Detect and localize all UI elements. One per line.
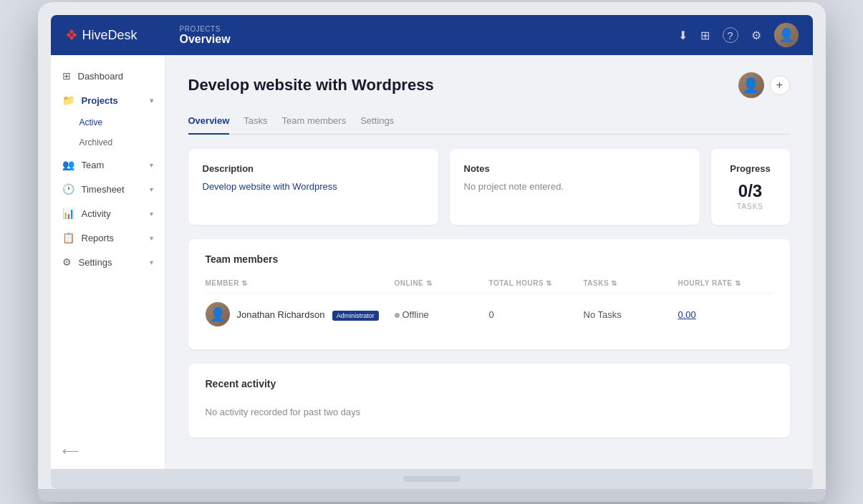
dashboard-icon: ⊞ (62, 70, 71, 82)
content-area: Develop website with Wordpress 👤 + Overv… (165, 55, 813, 469)
sidebar-item-timesheet[interactable]: 🕐 Timesheet ▾ (51, 177, 165, 201)
tab-settings[interactable]: Settings (360, 110, 394, 135)
activity-chevron: ▾ (150, 210, 153, 218)
activity-icon: 📊 (62, 208, 74, 219)
sidebar-label-activity: Activity (82, 208, 111, 219)
member-status: Offline (395, 309, 489, 320)
col-total-hours: TOTAL HOURS ⇅ (489, 279, 584, 287)
team-chevron: ▾ (150, 161, 153, 169)
member-badge: Administrator (332, 311, 379, 321)
laptop-base (38, 489, 826, 502)
table-row: 👤 Jonathan Richardson Administrator Offl… (206, 294, 773, 335)
settings-nav-icon: ⚙ (62, 256, 72, 268)
logo-bold: Hive (82, 28, 108, 42)
member-avatar: 👤 (206, 302, 230, 326)
collapse-button[interactable]: ⟵ (62, 444, 79, 457)
projects-chevron: ▾ (150, 97, 153, 105)
logo: ❖ HiveDesk (65, 26, 180, 44)
logo-icon: ❖ (65, 26, 78, 44)
sidebar: ⊞ Dashboard 📁 Projects ▾ Active Archived… (51, 55, 165, 469)
member-hourly-rate[interactable]: 0.00 (678, 309, 773, 320)
sidebar-item-archived[interactable]: Archived (51, 132, 165, 152)
projects-icon: 📁 (62, 94, 74, 106)
sidebar-label-settings: Settings (79, 257, 112, 268)
sidebar-item-active[interactable]: Active (51, 112, 165, 132)
user-avatar[interactable]: 👤 (774, 23, 799, 47)
sidebar-item-activity[interactable]: 📊 Activity ▾ (51, 201, 165, 226)
description-card-title: Description (203, 163, 424, 174)
settings-icon[interactable]: ⚙ (751, 29, 761, 42)
sidebar-label-projects: Projects (82, 95, 118, 106)
recent-activity-section: Recent activity No activity recorded for… (188, 364, 790, 437)
laptop-bottom (51, 469, 813, 489)
sidebar-item-reports[interactable]: 📋 Reports ▾ (51, 226, 165, 250)
logo-text: HiveDesk (82, 28, 138, 43)
tab-team-members[interactable]: Team members (282, 110, 347, 135)
settings-chevron: ▾ (150, 258, 153, 266)
recent-activity-title: Recent activity (206, 378, 773, 389)
sidebar-item-settings[interactable]: ⚙ Settings ▾ (51, 250, 165, 274)
sidebar-label-timesheet: Timesheet (82, 184, 125, 195)
activity-empty-text: No activity recorded for past two days (206, 401, 773, 423)
member-info: Jonathan Richardson Administrator (237, 308, 379, 321)
add-member-button[interactable]: + (770, 75, 790, 95)
description-card-text: Develop website with Wordpress (203, 181, 424, 192)
main-layout: ⊞ Dashboard 📁 Projects ▾ Active Archived… (51, 55, 813, 469)
col-tasks: TASKS ⇅ (584, 279, 678, 287)
nav-actions: ⬇ ⊞ ? ⚙ 👤 (678, 23, 799, 47)
team-members-section: Team members MEMBER ⇅ ONLINE ⇅ TOTAL HOU… (188, 239, 790, 349)
sidebar-item-team[interactable]: 👥 Team ▾ (51, 152, 165, 177)
sidebar-label-reports: Reports (82, 233, 115, 243)
project-tabs: Overview Tasks Team members Settings (188, 110, 790, 135)
info-cards: Description Develop website with Wordpre… (188, 149, 790, 225)
notes-card-text: No project note entered. (464, 181, 685, 192)
nav-title-area: PROJECTS Overview (180, 25, 678, 46)
project-title: Develop website with Wordpress (188, 76, 434, 94)
logo-light: Desk (108, 28, 138, 42)
nav-page-title: Overview (180, 33, 678, 46)
table-header: MEMBER ⇅ ONLINE ⇅ TOTAL HOURS ⇅ TASKS ⇅ … (206, 276, 773, 294)
timesheet-icon: 🕐 (62, 183, 74, 195)
team-members-title: Team members (206, 253, 773, 265)
member-tasks: No Tasks (584, 309, 678, 320)
progress-card-title: Progress (725, 163, 776, 174)
grid-icon[interactable]: ⊞ (700, 29, 710, 42)
reports-chevron: ▾ (150, 234, 153, 242)
col-member: MEMBER ⇅ (206, 279, 395, 287)
sidebar-item-projects[interactable]: 📁 Projects ▾ (51, 88, 165, 112)
laptop-notch (403, 476, 461, 482)
nav-projects-label: PROJECTS (180, 25, 678, 33)
sidebar-item-dashboard[interactable]: ⊞ Dashboard (51, 64, 165, 88)
help-icon[interactable]: ? (723, 27, 738, 43)
project-member-avatar: 👤 (738, 72, 764, 98)
description-card: Description Develop website with Wordpre… (188, 149, 438, 225)
status-dot (395, 313, 400, 318)
tab-overview[interactable]: Overview (188, 110, 230, 135)
progress-card: Progress 0/3 TASKS (711, 149, 790, 225)
download-icon[interactable]: ⬇ (678, 29, 688, 42)
timesheet-chevron: ▾ (150, 185, 153, 193)
progress-value: 0/3 (725, 181, 776, 201)
header-right: 👤 + (738, 72, 790, 98)
tab-tasks[interactable]: Tasks (244, 110, 267, 135)
team-icon: 👥 (62, 159, 74, 170)
reports-icon: 📋 (62, 232, 74, 243)
col-online: ONLINE ⇅ (395, 279, 489, 287)
member-name: Jonathan Richardson (237, 309, 325, 320)
sidebar-label-team: Team (82, 160, 105, 170)
notes-card: Notes No project note entered. (450, 149, 700, 225)
progress-label: TASKS (725, 203, 776, 210)
page-header: Develop website with Wordpress 👤 + (188, 72, 790, 98)
col-hourly-rate: HOURLY RATE ⇅ (678, 279, 773, 287)
member-hours: 0 (489, 309, 584, 320)
top-navigation: ❖ HiveDesk PROJECTS Overview ⬇ ⊞ ? ⚙ 👤 (51, 15, 813, 55)
sidebar-label-dashboard: Dashboard (78, 71, 124, 82)
member-cell: 👤 Jonathan Richardson Administrator (206, 302, 395, 326)
notes-card-title: Notes (464, 163, 685, 174)
